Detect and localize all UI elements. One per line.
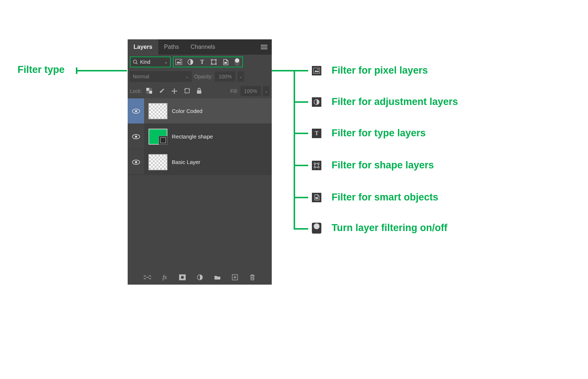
visibility-eye-icon[interactable] (128, 98, 144, 124)
layer-row[interactable]: Color Coded (128, 98, 272, 124)
legend-row-smart: Filter for smart objects (312, 192, 438, 203)
layer-row[interactable]: Basic Layer (128, 149, 272, 175)
layers-panel: Layers Paths Channels Kind ⌄ T (128, 39, 272, 285)
svg-text:T: T (315, 130, 319, 136)
blend-row: Normal ⌄ Opacity: 100% ⌄ (128, 69, 272, 84)
legend-pixel-icon (312, 66, 321, 75)
svg-rect-18 (149, 88, 152, 91)
panel-tabs: Layers Paths Channels (128, 39, 272, 55)
legend-row-type: T Filter for type layers (312, 128, 426, 139)
new-layer-icon[interactable] (231, 274, 239, 281)
layer-name[interactable]: Rectangle shape (172, 133, 213, 140)
svg-line-4 (136, 63, 138, 65)
annotation-branch (294, 228, 308, 230)
lock-brush-icon[interactable] (159, 88, 165, 94)
legend-row-shape: Filter for shape layers (312, 160, 434, 171)
fx-icon[interactable]: fx (161, 274, 169, 281)
blend-mode-value: Normal (133, 74, 149, 79)
layer-mask-icon[interactable] (179, 274, 186, 281)
annotation-left-connector (76, 70, 127, 71)
svg-rect-20 (185, 89, 189, 93)
delete-layer-icon[interactable] (249, 274, 256, 281)
tab-channels[interactable]: Channels (185, 39, 221, 55)
legend-text: Filter for shape layers (332, 160, 434, 171)
layers-list: Color Coded Rectangle shape Basic Layer (128, 98, 272, 270)
annotation-right-trunk (272, 70, 294, 71)
layer-thumbnail[interactable] (148, 103, 167, 119)
layers-footer: fx (128, 270, 272, 285)
visibility-eye-icon[interactable] (128, 149, 144, 175)
svg-rect-17 (149, 91, 152, 94)
svg-rect-19 (146, 91, 149, 94)
opacity-field[interactable]: 100% (215, 71, 235, 82)
svg-rect-11 (211, 59, 212, 60)
fill-label: Fill: (230, 88, 238, 94)
opacity-label: Opacity: (194, 74, 213, 79)
annotation-filter-type-label: Filter type (18, 64, 65, 75)
opacity-chevron[interactable]: ⌄ (237, 71, 244, 82)
new-group-icon[interactable] (214, 274, 221, 281)
svg-rect-45 (318, 163, 319, 164)
chevron-down-icon: ⌄ (185, 74, 189, 79)
annotation-branch (294, 197, 308, 198)
layer-thumbnail-shape[interactable] (148, 129, 167, 145)
lock-label: Lock: (130, 88, 142, 94)
svg-point-33 (181, 276, 184, 279)
svg-rect-47 (318, 167, 319, 168)
fill-chevron[interactable]: ⌄ (263, 86, 270, 96)
layer-name[interactable]: Color Coded (172, 108, 202, 114)
filter-type-dropdown[interactable]: Kind ⌄ (130, 56, 171, 67)
link-layers-icon[interactable] (144, 274, 151, 281)
fill-field[interactable]: 100% (240, 86, 261, 96)
filter-shape-icon[interactable] (210, 58, 217, 66)
layer-name[interactable]: Basic Layer (172, 159, 200, 165)
lock-move-icon[interactable] (171, 88, 178, 94)
annotation-branch (294, 165, 308, 166)
filter-type-value: Kind (140, 59, 150, 65)
svg-rect-44 (314, 163, 316, 164)
annotation-branch (294, 70, 308, 71)
legend-text: Turn layer filtering on/off (332, 222, 448, 234)
search-icon (133, 59, 138, 65)
svg-point-3 (134, 60, 137, 63)
legend-row-pixel: Filter for pixel layers (312, 65, 428, 76)
layer-row[interactable]: Rectangle shape (128, 124, 272, 149)
legend-text: Filter for adjustment layers (332, 96, 458, 108)
legend-text: Filter for smart objects (332, 192, 438, 203)
svg-rect-48 (316, 197, 318, 199)
filter-pixel-icon[interactable] (175, 58, 182, 66)
filter-type-icon[interactable]: T (198, 58, 206, 66)
visibility-eye-icon[interactable] (128, 124, 144, 149)
lock-artboard-icon[interactable] (184, 88, 190, 94)
svg-rect-38 (314, 68, 320, 73)
svg-rect-12 (215, 59, 217, 60)
chevron-down-icon: ⌄ (164, 59, 168, 65)
svg-point-7 (180, 60, 181, 61)
blend-mode-dropdown[interactable]: Normal ⌄ (130, 71, 192, 82)
filter-adjustment-icon[interactable] (187, 58, 194, 66)
filter-toggle-icon[interactable] (233, 58, 241, 66)
panel-menu-icon[interactable] (256, 39, 272, 55)
legend-row-adjustment: Filter for adjustment layers (312, 96, 458, 108)
lock-icons-group (146, 88, 202, 94)
annotation-branch (294, 133, 308, 134)
svg-rect-5 (176, 59, 182, 65)
svg-marker-6 (177, 61, 181, 63)
svg-point-27 (135, 110, 137, 112)
svg-point-29 (135, 136, 137, 138)
lock-transparency-icon[interactable] (146, 88, 152, 94)
tab-layers[interactable]: Layers (128, 39, 158, 55)
layer-thumbnail[interactable] (148, 154, 167, 170)
svg-rect-13 (211, 63, 212, 65)
filter-smart-object-icon[interactable] (222, 58, 229, 66)
svg-point-40 (318, 69, 319, 70)
tab-paths[interactable]: Paths (158, 39, 185, 55)
legend-smart-icon (312, 193, 321, 202)
svg-rect-16 (146, 88, 149, 91)
lock-all-icon[interactable] (197, 88, 202, 94)
legend-text: Filter for type layers (332, 128, 426, 139)
legend-row-toggle: Turn layer filtering on/off (312, 222, 448, 234)
adjustment-layer-icon[interactable] (196, 274, 204, 281)
legend-text: Filter for pixel layers (332, 65, 428, 76)
legend-toggle-icon (312, 223, 321, 234)
